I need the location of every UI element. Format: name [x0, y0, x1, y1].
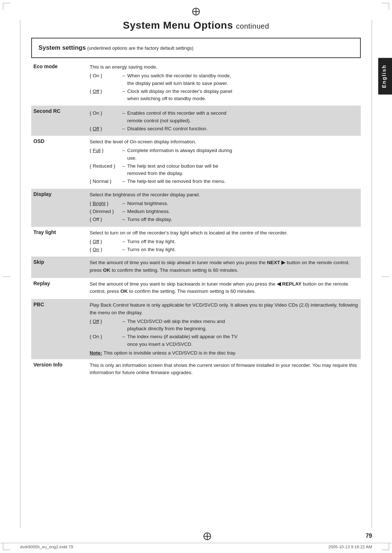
- page-wrapper: English ⨁ System Menu Options continued …: [0, 0, 392, 553]
- option-key-osd-normal: { Normal }: [90, 178, 122, 185]
- option-line-display-bright: { Bright }–Normal brightness.: [90, 200, 359, 207]
- setting-label-version-info: Version Info: [31, 359, 87, 381]
- setting-main-desc-tray-light: Select to turn on or off the recorder's …: [90, 229, 359, 237]
- side-mark-left: [3, 276, 10, 277]
- system-settings-title: System settings: [38, 44, 86, 51]
- option-desc-text: Turns on the tray light.: [127, 246, 359, 253]
- settings-row-second-rc: Second RC{ On }–Enables control of this …: [31, 106, 361, 136]
- option-key-osd-reduced: { Reduced }: [90, 163, 122, 170]
- settings-row-skip: SkipSet the amount of time you want to s…: [31, 257, 361, 278]
- bottom-compass-icon: ⨁: [203, 531, 211, 541]
- setting-label-osd: OSD: [31, 136, 87, 189]
- title-text: System Menu Options: [123, 20, 233, 31]
- option-dash: –: [122, 125, 125, 132]
- option-line-pbc-on: { On }–The index menu (if available) wil…: [90, 333, 359, 348]
- compass-icon-top: ⨁: [192, 7, 200, 16]
- title-continued: continued: [236, 22, 269, 30]
- option-desc-text: Medium brightness.: [127, 208, 359, 215]
- option-line-display-off: { Off }–Turns off the display.: [90, 216, 359, 223]
- option-desc-text: Disables second RC control function.: [127, 125, 359, 132]
- option-key-pbc-on: { On }: [90, 333, 122, 340]
- system-settings-box: System settings (underlined options are …: [31, 38, 361, 58]
- setting-desc-tray-light: Select to turn on or off the recorder's …: [87, 227, 361, 257]
- corner-mark-tl: [3, 3, 10, 10]
- settings-row-replay: ReplaySet the amount of time you want to…: [31, 278, 361, 299]
- footer-timestamp: 2005-10-13 9:18:22 AM: [328, 545, 372, 549]
- option-key-tray-light-on: { On }: [90, 246, 122, 253]
- option-block-pbc: { Off }–The VCD/SVCD will skip the index…: [90, 318, 359, 348]
- setting-main-desc-display: Select the brightness of the recorder di…: [90, 191, 359, 198]
- option-key-display-bright: { Bright }: [90, 200, 122, 207]
- option-dash: –: [122, 147, 125, 154]
- option-block-tray-light: { Off }–Turns off the tray light.{ On }–…: [90, 238, 359, 254]
- setting-desc-second-rc: { On }–Enables control of this recorder …: [87, 106, 361, 136]
- option-dash: –: [122, 163, 125, 170]
- option-block-second-rc: { On }–Enables control of this recorder …: [90, 110, 359, 132]
- option-line-eco-mode-off: { Off }–Clock will display on the record…: [90, 88, 359, 103]
- option-desc-text: The help text and colour button bar will…: [127, 163, 359, 177]
- bottom-area: ⨁ 79: [0, 528, 392, 543]
- page-title: System Menu Options continued: [31, 20, 361, 31]
- option-line-display-dimmed: { Dimmed }–Medium brightness.: [90, 208, 359, 215]
- option-dash: –: [122, 208, 125, 215]
- side-mark-right: [382, 276, 389, 277]
- option-dash: –: [122, 72, 125, 79]
- option-desc-text: Turns off the display.: [127, 216, 359, 223]
- settings-row-eco-mode: Eco modeThis is an energy saving mode.{ …: [31, 61, 361, 106]
- setting-desc-osd: Select the level of On-screen display in…: [87, 136, 361, 189]
- english-sidebar: English: [378, 58, 392, 95]
- sidebar-label: English: [381, 65, 387, 88]
- setting-desc-version-info: This is only an information screen that …: [87, 359, 361, 381]
- setting-label-replay: Replay: [31, 278, 87, 299]
- option-dash: –: [122, 333, 125, 340]
- content-area: System Menu Options continued System set…: [20, 20, 372, 528]
- option-block-display: { Bright }–Normal brightness.{ Dimmed }–…: [90, 200, 359, 224]
- setting-main-desc-pbc: Play Back Control feature is only applic…: [90, 302, 359, 316]
- setting-main-desc-skip: Set the amount of time you want to skip …: [90, 259, 359, 274]
- option-line-second-rc-on: { On }–Enables control of this recorder …: [90, 110, 359, 124]
- option-line-tray-light-on: { On }–Turns on the tray light.: [90, 246, 359, 253]
- option-desc-text: The index menu (if available) will appea…: [127, 333, 359, 348]
- option-desc-text: Normal brightness.: [127, 200, 359, 207]
- setting-label-tray-light: Tray light: [31, 227, 87, 257]
- system-settings-subtitle: (underlined options are the factory defa…: [87, 45, 193, 51]
- setting-main-desc-eco-mode: This is an energy saving mode.: [90, 64, 359, 71]
- setting-desc-display: Select the brightness of the recorder di…: [87, 189, 361, 227]
- footer-filename: dvdr9000h_eu_eng2.indd 79: [20, 545, 73, 549]
- option-dash: –: [122, 88, 125, 95]
- corner-mark-bl: [3, 543, 10, 550]
- option-block-eco-mode: { On }–When you switch the recorder to s…: [90, 72, 359, 102]
- option-key-display-dimmed: { Dimmed }: [90, 208, 122, 215]
- settings-row-display: DisplaySelect the brightness of the reco…: [31, 189, 361, 227]
- settings-row-tray-light: Tray lightSelect to turn on or off the r…: [31, 227, 361, 257]
- option-dash: –: [122, 238, 125, 245]
- option-key-second-rc-off: { Off }: [90, 125, 122, 132]
- option-desc-text: Complete information is always displayed…: [127, 147, 359, 162]
- option-desc-text: The VCD/SVCD will skip the index menu an…: [127, 318, 359, 333]
- option-key-tray-light-off: { Off }: [90, 238, 122, 245]
- option-dash: –: [122, 216, 125, 223]
- setting-main-desc-version-info: This is only an information screen that …: [90, 362, 359, 377]
- option-dash: –: [122, 110, 125, 117]
- option-dash: –: [122, 178, 125, 185]
- option-block-osd: { Full }–Complete information is always …: [90, 147, 359, 185]
- setting-note-pbc: Note: This option is invisible unless a …: [90, 349, 359, 357]
- option-desc-text: Turns off the tray light.: [127, 238, 359, 245]
- option-desc-text: When you switch the recorder to standby …: [127, 72, 359, 87]
- setting-label-eco-mode: Eco mode: [31, 61, 87, 106]
- option-line-osd-normal: { Normal }–The help-text will be removed…: [90, 178, 359, 185]
- option-key-display-off: { Off }: [90, 216, 122, 223]
- setting-label-skip: Skip: [31, 257, 87, 278]
- setting-label-second-rc: Second RC: [31, 106, 87, 136]
- option-dash: –: [122, 246, 125, 253]
- option-line-eco-mode-on: { On }–When you switch the recorder to s…: [90, 72, 359, 87]
- setting-label-display: Display: [31, 189, 87, 227]
- option-desc-text: Enables control of this recorder with a …: [127, 110, 359, 124]
- option-line-osd-full: { Full }–Complete information is always …: [90, 147, 359, 162]
- option-line-pbc-off: { Off }–The VCD/SVCD will skip the index…: [90, 318, 359, 333]
- option-dash: –: [122, 318, 125, 325]
- option-key-pbc-off: { Off }: [90, 318, 122, 325]
- setting-desc-replay: Set the amount of time you want to skip …: [87, 278, 361, 299]
- settings-row-pbc: PBCPlay Back Control feature is only app…: [31, 299, 361, 359]
- option-desc-text: The help-text will be removed from the m…: [127, 178, 359, 185]
